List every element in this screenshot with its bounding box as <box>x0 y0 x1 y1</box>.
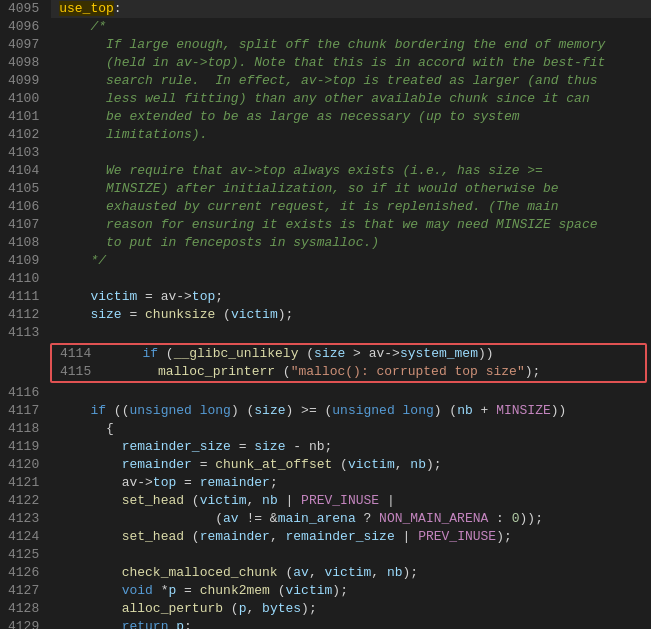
code-line: 4095use_top: <box>0 0 651 18</box>
line-number: 4100 <box>0 90 51 108</box>
line-number: 4108 <box>0 234 51 252</box>
line-content: malloc_printerr ("malloc(): corrupted to… <box>103 363 645 381</box>
line-number: 4107 <box>0 216 51 234</box>
code-container: 4095use_top:4096 /*4097 If large enough,… <box>0 0 651 629</box>
code-line: 4122 set_head (victim, nb | PREV_INUSE | <box>0 492 651 510</box>
line-content <box>51 270 651 288</box>
line-number: 4128 <box>0 600 51 618</box>
code-line: 4103 <box>0 144 651 162</box>
line-number: 4105 <box>0 180 51 198</box>
line-number: 4124 <box>0 528 51 546</box>
line-number: 4114 <box>52 345 103 363</box>
line-number: 4101 <box>0 108 51 126</box>
code-line: 4112 size = chunksize (victim); <box>0 306 651 324</box>
line-number: 4126 <box>0 564 51 582</box>
line-number: 4129 <box>0 618 51 629</box>
code-line: 4096 /* <box>0 18 651 36</box>
code-line: 4099 search rule. In effect, av->top is … <box>0 72 651 90</box>
line-number: 4120 <box>0 456 51 474</box>
code-line: 4123 (av != &main_arena ? NON_MAIN_ARENA… <box>0 510 651 528</box>
code-line: 4110 <box>0 270 651 288</box>
code-line: 4097 If large enough, split off the chun… <box>0 36 651 54</box>
line-number: 4098 <box>0 54 51 72</box>
code-line: 4107 reason for ensuring it exists is th… <box>0 216 651 234</box>
code-line: 4118 { <box>0 420 651 438</box>
line-number: 4115 <box>52 363 103 381</box>
line-content: search rule. In effect, av->top is treat… <box>51 72 651 90</box>
line-content <box>51 546 651 564</box>
code-line: 4101 be extended to be as large as neces… <box>0 108 651 126</box>
line-content: be extended to be as large as necessary … <box>51 108 651 126</box>
line-content: (av != &main_arena ? NON_MAIN_ARENA : 0)… <box>51 510 651 528</box>
line-content <box>51 324 651 342</box>
line-number: 4102 <box>0 126 51 144</box>
line-content: size = chunksize (victim); <box>51 306 651 324</box>
line-content: */ <box>51 252 651 270</box>
code-line: 4108 to put in fenceposts in sysmalloc.) <box>0 234 651 252</box>
line-content: less well fitting) than any other availa… <box>51 90 651 108</box>
line-content: /* <box>51 18 651 36</box>
line-content: { <box>51 420 651 438</box>
line-content: MINSIZE) after initialization, so if it … <box>51 180 651 198</box>
code-line: 4126 check_malloced_chunk (av, victim, n… <box>0 564 651 582</box>
code-line: 4109 */ <box>0 252 651 270</box>
line-number: 4113 <box>0 324 51 342</box>
line-content: set_head (remainder, remainder_size | PR… <box>51 528 651 546</box>
code-line: 4116 <box>0 384 651 402</box>
line-number: 4118 <box>0 420 51 438</box>
line-content: void *p = chunk2mem (victim); <box>51 582 651 600</box>
line-content <box>51 144 651 162</box>
line-number: 4122 <box>0 492 51 510</box>
line-number: 4117 <box>0 402 51 420</box>
line-number: 4123 <box>0 510 51 528</box>
line-number: 4106 <box>0 198 51 216</box>
line-number: 4127 <box>0 582 51 600</box>
line-content <box>51 384 651 402</box>
line-number: 4104 <box>0 162 51 180</box>
code-line: 4114 if (__glibc_unlikely (size > av->sy… <box>52 345 645 363</box>
code-line: 4115 malloc_printerr ("malloc(): corrupt… <box>52 363 645 381</box>
code-line: 4104 We require that av->top always exis… <box>0 162 651 180</box>
code-line: 4102 limitations). <box>0 126 651 144</box>
line-number: 4119 <box>0 438 51 456</box>
line-number: 4111 <box>0 288 51 306</box>
code-line: 4120 remainder = chunk_at_offset (victim… <box>0 456 651 474</box>
line-number: 4112 <box>0 306 51 324</box>
code-line: 4128 alloc_perturb (p, bytes); <box>0 600 651 618</box>
line-number: 4096 <box>0 18 51 36</box>
line-content: exhausted by current request, it is repl… <box>51 198 651 216</box>
line-content: (held in av->top). Note that this is in … <box>51 54 651 72</box>
line-number: 4116 <box>0 384 51 402</box>
line-number: 4110 <box>0 270 51 288</box>
code-line: 4105 MINSIZE) after initialization, so i… <box>0 180 651 198</box>
line-content: victim = av->top; <box>51 288 651 306</box>
line-content: remainder_size = size - nb; <box>51 438 651 456</box>
code-line: 4124 set_head (remainder, remainder_size… <box>0 528 651 546</box>
line-content: reason for ensuring it exists is that we… <box>51 216 651 234</box>
line-number: 4099 <box>0 72 51 90</box>
line-content: If large enough, split off the chunk bor… <box>51 36 651 54</box>
line-content: if (__glibc_unlikely (size > av->system_… <box>103 345 645 363</box>
line-content: av->top = remainder; <box>51 474 651 492</box>
line-content: return p; <box>51 618 651 629</box>
line-content: set_head (victim, nb | PREV_INUSE | <box>51 492 651 510</box>
code-line: 4111 victim = av->top; <box>0 288 651 306</box>
line-content: remainder = chunk_at_offset (victim, nb)… <box>51 456 651 474</box>
code-line: 4121 av->top = remainder; <box>0 474 651 492</box>
line-content: limitations). <box>51 126 651 144</box>
code-line: 4129 return p; <box>0 618 651 629</box>
line-content: to put in fenceposts in sysmalloc.) <box>51 234 651 252</box>
code-line: 4127 void *p = chunk2mem (victim); <box>0 582 651 600</box>
code-line: 4098 (held in av->top). Note that this i… <box>0 54 651 72</box>
line-content: We require that av->top always exists (i… <box>51 162 651 180</box>
code-line: 4125 <box>0 546 651 564</box>
code-line: 4113 <box>0 324 651 342</box>
line-number: 4103 <box>0 144 51 162</box>
line-number: 4125 <box>0 546 51 564</box>
line-number: 4097 <box>0 36 51 54</box>
line-number: 4109 <box>0 252 51 270</box>
line-content: if ((unsigned long) (size) >= (unsigned … <box>51 402 651 420</box>
line-number: 4095 <box>0 0 51 18</box>
line-number: 4121 <box>0 474 51 492</box>
code-line: 4119 remainder_size = size - nb; <box>0 438 651 456</box>
